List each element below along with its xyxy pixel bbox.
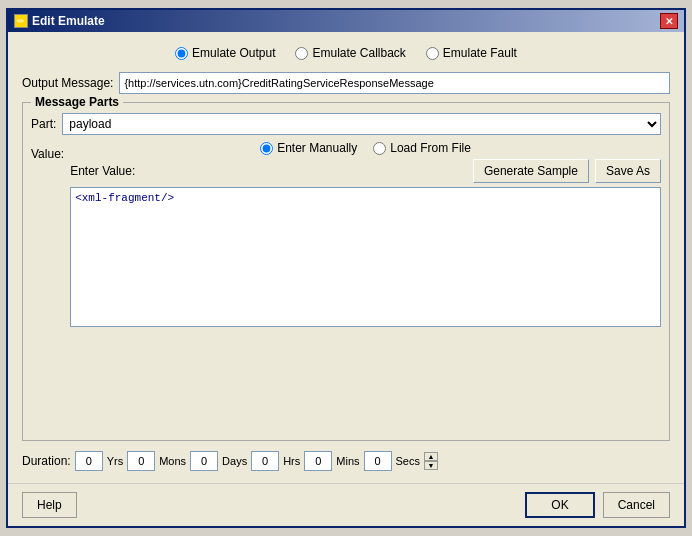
duration-days-unit: Days: [222, 455, 247, 467]
duration-yrs-input[interactable]: [75, 451, 103, 471]
generate-sample-button[interactable]: Generate Sample: [473, 159, 589, 183]
emulate-callback-option[interactable]: Emulate Callback: [295, 46, 405, 60]
duration-label: Duration:: [22, 454, 71, 468]
emulate-output-option[interactable]: Emulate Output: [175, 46, 275, 60]
spinner-up[interactable]: ▲: [424, 452, 438, 461]
value-label: Value:: [31, 141, 64, 327]
output-message-label: Output Message:: [22, 76, 113, 90]
load-from-file-option[interactable]: Load From File: [373, 141, 471, 155]
output-message-row: Output Message:: [22, 72, 670, 94]
duration-secs-input[interactable]: [364, 451, 392, 471]
enter-value-label: Enter Value:: [70, 164, 135, 178]
code-editor[interactable]: <xml-fragment/>: [70, 187, 661, 327]
duration-row: Duration: Yrs Mons Days Hrs Mins Secs ▲ …: [22, 449, 670, 473]
enter-manually-label[interactable]: Enter Manually: [277, 141, 357, 155]
window-title: Edit Emulate: [32, 14, 105, 28]
input-mode-row: Enter Manually Load From File: [70, 141, 661, 155]
emulate-fault-radio[interactable]: [426, 47, 439, 60]
duration-mins-input[interactable]: [304, 451, 332, 471]
ok-button[interactable]: OK: [525, 492, 594, 518]
emulate-fault-label[interactable]: Emulate Fault: [443, 46, 517, 60]
emulate-type-row: Emulate Output Emulate Callback Emulate …: [22, 42, 670, 64]
value-section: Value: Enter Manually Load From File: [31, 141, 661, 327]
action-buttons: Generate Sample Save As: [473, 159, 661, 183]
part-row: Part: payload: [31, 113, 661, 135]
bottom-bar: Help OK Cancel: [8, 483, 684, 526]
enter-manually-radio[interactable]: [260, 142, 273, 155]
main-content: Emulate Output Emulate Callback Emulate …: [8, 32, 684, 483]
duration-mons-input[interactable]: [127, 451, 155, 471]
emulate-output-radio[interactable]: [175, 47, 188, 60]
part-select[interactable]: payload: [62, 113, 661, 135]
duration-spinner[interactable]: ▲ ▼: [424, 452, 438, 470]
enter-value-row: Enter Value: Generate Sample Save As: [70, 159, 661, 183]
emulate-fault-option[interactable]: Emulate Fault: [426, 46, 517, 60]
duration-mons-unit: Mons: [159, 455, 186, 467]
close-button[interactable]: ✕: [660, 13, 678, 29]
emulate-output-label[interactable]: Emulate Output: [192, 46, 275, 60]
save-as-button[interactable]: Save As: [595, 159, 661, 183]
emulate-callback-radio[interactable]: [295, 47, 308, 60]
duration-mins-unit: Mins: [336, 455, 359, 467]
output-message-input[interactable]: [119, 72, 670, 94]
message-parts-title: Message Parts: [31, 95, 123, 109]
enter-manually-option[interactable]: Enter Manually: [260, 141, 357, 155]
duration-days-input[interactable]: [190, 451, 218, 471]
duration-hrs-input[interactable]: [251, 451, 279, 471]
title-bar: ✏ Edit Emulate ✕: [8, 10, 684, 32]
duration-yrs-unit: Yrs: [107, 455, 124, 467]
cancel-button[interactable]: Cancel: [603, 492, 670, 518]
bottom-right-buttons: OK Cancel: [525, 492, 670, 518]
spinner-down[interactable]: ▼: [424, 461, 438, 470]
message-parts-group: Message Parts Part: payload Value: Enter…: [22, 102, 670, 441]
load-from-file-label[interactable]: Load From File: [390, 141, 471, 155]
duration-hrs-unit: Hrs: [283, 455, 300, 467]
emulate-callback-label[interactable]: Emulate Callback: [312, 46, 405, 60]
duration-secs-unit: Secs: [396, 455, 420, 467]
value-right: Enter Manually Load From File Enter Valu…: [70, 141, 661, 327]
title-bar-left: ✏ Edit Emulate: [14, 14, 105, 28]
help-button[interactable]: Help: [22, 492, 77, 518]
edit-emulate-window: ✏ Edit Emulate ✕ Emulate Output Emulate …: [6, 8, 686, 528]
window-icon: ✏: [14, 14, 28, 28]
part-label: Part:: [31, 117, 56, 131]
load-from-file-radio[interactable]: [373, 142, 386, 155]
